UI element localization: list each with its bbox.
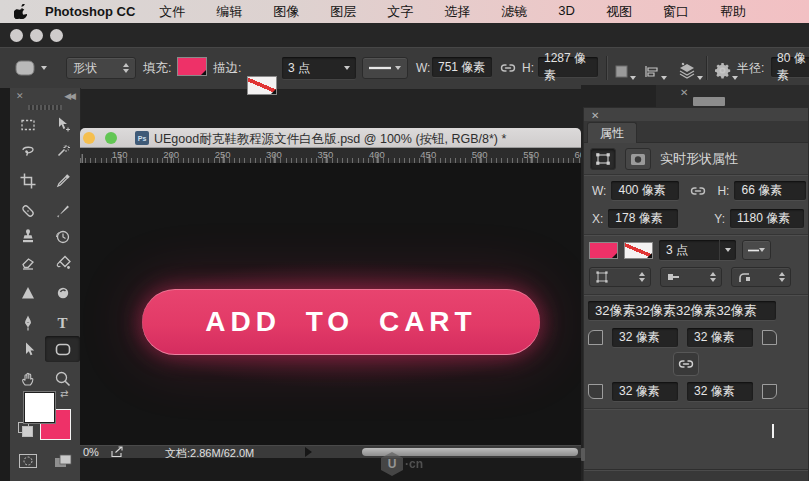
tools-panel-close-icon[interactable]: ✕ [16, 91, 24, 101]
add-to-cart-shape[interactable]: ADD TO CART [142, 289, 540, 355]
chain-link-icon [678, 359, 694, 369]
menu-item[interactable]: 编辑 [216, 3, 242, 21]
doc-zoom-button[interactable] [105, 132, 117, 144]
canvas[interactable]: ADD TO CART [80, 163, 581, 445]
window-close-button[interactable] [10, 29, 23, 42]
window-zoom-button[interactable] [50, 29, 63, 42]
prop-stroke-width-value: 3 点 [666, 242, 688, 259]
link-wh-icon[interactable] [690, 182, 706, 200]
prop-stroke-type-select[interactable] [742, 240, 771, 260]
radius-tr-field[interactable]: 32 像素 [687, 328, 753, 347]
swap-colors-icon[interactable]: ⇄ [60, 388, 68, 399]
hand-tool[interactable] [10, 366, 45, 392]
status-flyout-arrow-icon[interactable] [305, 447, 312, 457]
menu-item[interactable]: 图像 [273, 3, 299, 21]
prop-stroke-width-select[interactable]: 3 点 [659, 240, 736, 260]
stroke-cap-icon [666, 271, 680, 283]
radius-bl-value: 32 像素 [619, 383, 660, 400]
menu-item[interactable]: 图层 [330, 3, 356, 21]
prop-w-field[interactable]: 400 像素 [611, 181, 679, 200]
shape-width-field[interactable]: 751 像素 [432, 57, 492, 77]
quick-mask-button[interactable] [18, 453, 38, 473]
prop-stroke-swatch[interactable] [624, 242, 653, 259]
corner-bottom-right-icon[interactable] [762, 384, 777, 399]
app-menu-title[interactable]: Photoshop CC [45, 4, 135, 19]
window-minimize-button[interactable] [30, 29, 43, 42]
radius-tl-field[interactable]: 32 像素 [612, 328, 678, 347]
menu-item[interactable]: 选择 [444, 3, 470, 21]
zoom-level-field[interactable]: 0% [83, 446, 99, 458]
stroke-corner-select[interactable] [731, 267, 791, 287]
menu-item[interactable]: 文件 [159, 3, 185, 21]
corner-top-left-icon[interactable] [588, 330, 603, 345]
screen-mode-button[interactable] [53, 453, 73, 473]
masks-mode-button[interactable] [625, 148, 651, 170]
path-selection-tool[interactable] [10, 336, 45, 362]
menu-item[interactable]: 帮助 [720, 3, 746, 21]
panel-edge-handle[interactable] [581, 448, 585, 461]
radius-summary-field[interactable]: 32像素32像素32像素32像素 [588, 301, 776, 320]
tools-panel-grip[interactable] [28, 105, 62, 110]
stroke-align-select[interactable] [589, 267, 651, 287]
shape-settings-button[interactable] [714, 57, 738, 79]
stroke-width-select[interactable]: 3 点 [282, 57, 356, 79]
lasso-tool[interactable] [10, 138, 45, 164]
smudge-tool[interactable] [45, 280, 80, 306]
path-arrangement-button[interactable] [678, 57, 703, 79]
corner-top-right-icon[interactable] [762, 330, 777, 345]
stroke-type-select[interactable] [362, 57, 408, 79]
doc-minimize-button[interactable] [83, 132, 95, 144]
path-operations-button[interactable] [614, 57, 636, 79]
clone-stamp-tool[interactable] [10, 224, 45, 250]
corner-bottom-left-icon[interactable] [588, 384, 603, 399]
stroke-color-swatch[interactable] [247, 76, 277, 95]
watermark: U ·cn [381, 451, 451, 477]
foreground-color-swatch[interactable] [24, 392, 55, 423]
stroke-cap-select[interactable] [660, 267, 722, 287]
panel-title: 实时形状属性 [660, 150, 738, 168]
tools-panel-collapse-icon[interactable]: ◀◀ [64, 91, 74, 101]
radius-br-field[interactable]: 32 像素 [687, 382, 753, 401]
spot-healing-brush-tool[interactable] [10, 198, 45, 224]
live-shape-mode-button[interactable] [590, 148, 616, 170]
watermark-text: ·cn [405, 457, 423, 471]
sharpen-tool[interactable] [10, 280, 45, 306]
prop-h-field[interactable]: 66 像素 [734, 181, 806, 200]
fill-color-swatch[interactable] [177, 57, 207, 76]
chevron-down-icon [661, 76, 667, 80]
radius-bl-field[interactable]: 32 像素 [612, 382, 678, 401]
horizontal-ruler[interactable]: 150200250300350400450500550600 [80, 148, 581, 164]
tool-mode-select[interactable]: 形状 [66, 57, 136, 79]
magic-wand-tool[interactable] [45, 138, 80, 164]
rounded-rectangle-tool[interactable] [45, 336, 80, 362]
menu-item[interactable]: 视图 [606, 3, 632, 21]
eraser-tool[interactable] [10, 250, 45, 276]
path-alignment-button[interactable] [644, 57, 667, 79]
paint-bucket-tool[interactable] [45, 250, 80, 276]
brush-tool[interactable] [45, 198, 80, 224]
radius-field[interactable]: 80 像素 [771, 57, 809, 77]
eyedropper-tool[interactable] [45, 168, 80, 194]
prop-x-field[interactable]: 178 像素 [608, 209, 678, 228]
menu-item[interactable]: 文字 [387, 3, 413, 21]
crop-tool[interactable] [10, 168, 45, 194]
history-brush-tool[interactable] [45, 224, 80, 250]
menu-item[interactable]: 滤镜 [501, 3, 527, 21]
prop-fill-swatch[interactable] [589, 242, 618, 259]
move-tool[interactable] [45, 112, 80, 138]
background-panel-close-icon[interactable]: ✕ [680, 87, 688, 98]
menu-item[interactable]: 窗口 [663, 3, 689, 21]
rectangular-marquee-tool[interactable] [10, 112, 45, 138]
tab-properties[interactable]: 属性 [587, 122, 637, 143]
pen-tool[interactable] [10, 310, 45, 336]
document-titlebar[interactable]: Ps UEgood耐克鞋教程源文件白色版.psd @ 100% (按钮, RGB… [80, 128, 581, 148]
tool-preset-button[interactable] [14, 57, 47, 79]
link-radius-button[interactable] [673, 352, 699, 376]
properties-close-icon[interactable]: ✕ [591, 110, 599, 121]
apple-menu-icon[interactable] [14, 4, 27, 19]
link-dimensions-icon[interactable] [500, 57, 516, 79]
type-tool[interactable]: T [45, 310, 80, 336]
menu-item[interactable]: 3D [558, 3, 575, 21]
prop-y-field[interactable]: 1180 像素 [730, 209, 804, 228]
shape-height-field[interactable]: 1287 像素 [538, 57, 598, 77]
